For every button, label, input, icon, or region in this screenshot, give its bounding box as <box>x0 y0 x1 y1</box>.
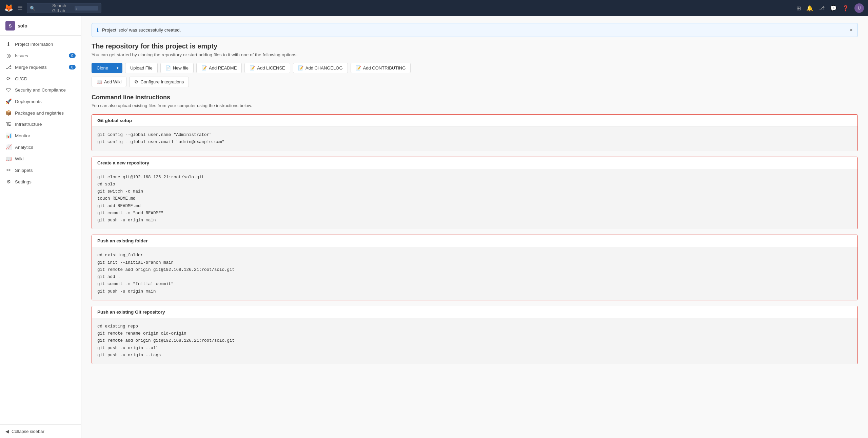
main-content: ℹ Project 'solo' was successfully create… <box>81 16 868 438</box>
action-buttons-row2: 📖 Add Wiki ⚙ Configure Integrations <box>92 77 858 87</box>
sidebar-label-packages-registries: Packages and registries <box>15 111 64 116</box>
issues-badge: 0 <box>69 53 76 58</box>
sidebar-item-project-information[interactable]: ℹ Project information <box>0 38 81 50</box>
sidebar-item-packages-registries[interactable]: 📦 Packages and registries <box>0 107 81 119</box>
push-existing-git-repo-code: cd existing_repo git remote rename origi… <box>92 318 857 364</box>
gitlab-logo: 🦊 <box>4 4 13 13</box>
create-new-repo-header: Create a new repository <box>92 157 857 169</box>
sidebar-label-wiki: Wiki <box>15 156 24 161</box>
repo-header: The repository for this project is empty… <box>92 42 858 57</box>
sidebar-item-merge-requests[interactable]: ⎇ Merge requests 0 <box>0 61 81 73</box>
configure-integrations-button[interactable]: ⚙ Configure Integrations <box>129 77 189 87</box>
add-contributing-button[interactable]: 📝 Add CONTRIBUTING <box>351 63 411 73</box>
empty-repo-desc: You can get started by cloning the repos… <box>92 52 858 57</box>
action-buttons-row1: Clone ▾ Upload File 📄 New file 📝 Add REA… <box>92 63 858 73</box>
analytics-icon: 📈 <box>5 144 12 150</box>
sidebar-label-analytics: Analytics <box>15 145 33 150</box>
file-icon: 📄 <box>165 65 171 71</box>
cli-title: Command line instructions <box>92 94 858 101</box>
info-icon: ℹ <box>5 41 12 47</box>
grid-icon[interactable]: ⊞ <box>796 5 801 12</box>
bell-icon[interactable]: 🔔 <box>806 5 813 12</box>
terminal-icon[interactable]: 💬 <box>830 5 837 12</box>
sidebar-nav: ℹ Project information ◎ Issues 0 ⎇ Merge… <box>0 36 81 424</box>
sidebar-label-snippets: Snippets <box>15 168 33 173</box>
info-circle-icon: ℹ <box>97 27 99 33</box>
project-name: solo <box>18 23 27 28</box>
create-new-repo-block: Create a new repository git clone git@19… <box>92 157 858 230</box>
push-existing-git-repo-block: Push an existing Git repository cd exist… <box>92 306 858 364</box>
sidebar-item-infrastructure[interactable]: 🏗 Infrastructure <box>0 119 81 130</box>
sidebar-item-deployments[interactable]: 🚀 Deployments <box>0 96 81 107</box>
project-avatar: S <box>5 21 15 31</box>
sidebar-label-issues: Issues <box>15 53 28 58</box>
merge-icon[interactable]: ⎇ <box>818 5 825 12</box>
hamburger-menu[interactable]: ☰ <box>17 4 23 12</box>
infrastructure-icon: 🏗 <box>5 121 12 127</box>
sidebar-label-security-compliance: Security and Compliance <box>15 87 66 93</box>
cicd-icon: ⟳ <box>5 76 12 82</box>
push-existing-folder-code: cd existing_folder git init --initial-br… <box>92 247 857 300</box>
security-icon: 🛡 <box>5 87 12 93</box>
sidebar-item-issues[interactable]: ◎ Issues 0 <box>0 50 81 61</box>
license-icon: 📝 <box>250 65 255 71</box>
clone-dropdown-button[interactable]: ▾ <box>113 63 122 73</box>
sidebar-label-monitor: Monitor <box>15 133 30 138</box>
git-global-setup-code: git config --global user.name "Administr… <box>92 127 857 151</box>
snippets-icon: ✂ <box>5 167 12 173</box>
git-global-setup-block: Git global setup git config --global use… <box>92 114 858 151</box>
sidebar-item-settings[interactable]: ⚙ Settings <box>0 176 81 187</box>
add-readme-button[interactable]: 📝 Add README <box>196 63 242 73</box>
sidebar-label-merge-requests: Merge requests <box>15 65 47 70</box>
upload-file-button[interactable]: Upload File <box>125 63 158 73</box>
wiki-btn-icon: 📖 <box>97 79 102 84</box>
add-changelog-button[interactable]: 📝 Add CHANGELOG <box>293 63 348 73</box>
sidebar-project[interactable]: S solo <box>0 16 81 36</box>
changelog-icon: 📝 <box>298 65 303 71</box>
collapse-sidebar-label: Collapse sidebar <box>12 429 44 434</box>
clone-button-group[interactable]: Clone ▾ <box>92 63 122 73</box>
sidebar-label-ci-cd: CI/CD <box>15 76 27 81</box>
sidebar-item-ci-cd[interactable]: ⟳ CI/CD <box>0 73 81 84</box>
sidebar-item-monitor[interactable]: 📊 Monitor <box>0 130 81 141</box>
push-existing-folder-header: Push an existing folder <box>92 235 857 247</box>
issues-icon: ◎ <box>5 53 12 59</box>
deployments-icon: 🚀 <box>5 98 12 104</box>
readme-icon: 📝 <box>201 65 207 71</box>
merge-icon: ⎇ <box>5 64 12 70</box>
sidebar-item-wiki[interactable]: 📖 Wiki <box>0 153 81 164</box>
empty-repo-title: The repository for this project is empty <box>92 42 858 50</box>
top-navigation: 🦊 ☰ 🔍 Search GitLab / ⊞ 🔔 ⎇ 💬 ❓ U <box>0 0 868 16</box>
push-existing-git-repo-header: Push an existing Git repository <box>92 306 857 318</box>
search-placeholder: Search GitLab <box>52 3 73 13</box>
notification-message: Project 'solo' was successfully created. <box>102 27 181 33</box>
sidebar-item-analytics[interactable]: 📈 Analytics <box>0 141 81 153</box>
contributing-icon: 📝 <box>356 65 361 71</box>
collapse-sidebar-button[interactable]: ◀ Collapse sidebar <box>0 424 81 438</box>
create-new-repo-code: git clone git@192.168.126.21:root/solo.g… <box>92 169 857 229</box>
merge-requests-badge: 0 <box>69 65 76 69</box>
settings-icon: ⚙ <box>5 179 12 185</box>
new-file-button[interactable]: 📄 New file <box>160 63 194 73</box>
search-bar[interactable]: 🔍 Search GitLab / <box>27 3 101 13</box>
wiki-icon: 📖 <box>5 156 12 162</box>
add-wiki-button[interactable]: 📖 Add Wiki <box>92 77 126 87</box>
monitor-icon: 📊 <box>5 133 12 139</box>
cli-subtitle: You can also upload existing files from … <box>92 103 858 108</box>
git-global-setup-header: Git global setup <box>92 115 857 127</box>
sidebar-label-deployments: Deployments <box>15 99 42 104</box>
search-kbd: / <box>75 6 98 11</box>
notification-close-button[interactable]: × <box>850 27 853 33</box>
sidebar-label-project-information: Project information <box>15 42 53 47</box>
topnav-right-actions: ⊞ 🔔 ⎇ 💬 ❓ U <box>796 3 864 13</box>
sidebar-item-snippets[interactable]: ✂ Snippets <box>0 164 81 176</box>
user-avatar[interactable]: U <box>854 3 864 13</box>
add-license-button[interactable]: 📝 Add LICENSE <box>244 63 290 73</box>
clone-button[interactable]: Clone <box>92 63 113 73</box>
sidebar-label-infrastructure: Infrastructure <box>15 122 42 127</box>
sidebar-item-security-compliance[interactable]: 🛡 Security and Compliance <box>0 84 81 96</box>
integrations-icon: ⚙ <box>134 79 138 84</box>
success-notification: ℹ Project 'solo' was successfully create… <box>92 23 858 37</box>
cli-section: Command line instructions You can also u… <box>92 94 858 364</box>
help-icon[interactable]: ❓ <box>842 5 849 12</box>
